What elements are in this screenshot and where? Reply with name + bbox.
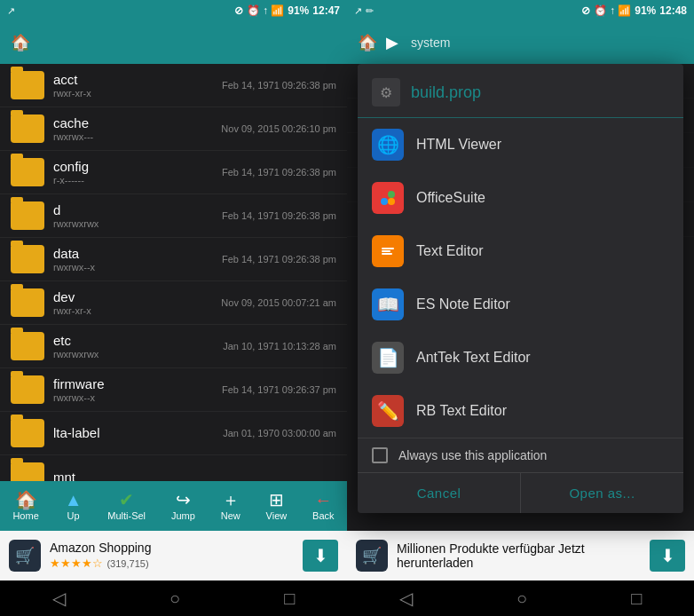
file-date-firmware: Feb 14, 1971 09:26:37 pm [222, 384, 336, 395]
left-status-right: ⊘ ⏰ ↑ 📶 91% 12:47 [234, 4, 340, 17]
nav-new[interactable]: ＋ New [216, 487, 246, 525]
folder-icon-acct [11, 71, 44, 99]
nav-up[interactable]: ▲ Up [59, 487, 88, 525]
nav-multisel[interactable]: ✔ Multi-Sel [102, 487, 151, 525]
left-ad-content: Amazon Shopping ★★★★☆ (319,715) [50, 541, 294, 571]
file-info-mnt: mnt [53, 470, 336, 482]
right-breadcrumb-separator: ▶ [386, 33, 398, 52]
file-item-data[interactable]: data rwxrwx--x Feb 14, 1971 09:26:38 pm [0, 238, 347, 281]
folder-icon-lta-label [11, 419, 44, 447]
file-item-etc[interactable]: etc rwxrwxrwx Jan 10, 1971 10:13:28 am [0, 325, 347, 368]
left-ad-banner[interactable]: 🛒 Amazon Shopping ★★★★☆ (319,715) ⬇ [0, 531, 347, 580]
always-use-row[interactable]: Always use this application [358, 438, 683, 472]
recents-button[interactable]: □ [284, 588, 295, 609]
amazon-icon: 🛒 [9, 540, 41, 572]
nav-multisel-label: Multi-Sel [107, 510, 146, 521]
dialog-buttons-row: Cancel Open as... [358, 472, 683, 513]
svg-point-3 [388, 198, 395, 205]
check-nav-icon: ✔ [119, 491, 134, 509]
svg-rect-7 [382, 253, 392, 255]
dialog-item-officesuite[interactable]: OfficeSuite [358, 171, 683, 225]
file-name-data: data [53, 246, 215, 261]
always-use-checkbox[interactable] [372, 447, 388, 463]
file-info-data: data rwxrwx--x [53, 246, 215, 272]
right-ad-text2: herunterladen [397, 556, 641, 570]
file-info-dev: dev rwxr-xr-x [53, 289, 214, 316]
dialog-file-name: build.prop [411, 83, 481, 102]
text-editor-label: Text Editor [416, 243, 484, 259]
cancel-button[interactable]: Cancel [358, 473, 520, 513]
file-date-dev: Nov 09, 2015 00:07:21 am [221, 297, 336, 308]
left-status-left: ↗ [7, 5, 15, 17]
dialog-item-html-viewer[interactable]: 🌐 HTML Viewer [358, 118, 683, 171]
view-nav-icon: ⊞ [269, 491, 284, 509]
home-button[interactable]: ○ [170, 588, 180, 609]
nav-back[interactable]: ← Back [307, 487, 339, 525]
back-nav-icon: ← [314, 491, 332, 509]
file-info-etc: etc rwxrwxrwx [53, 333, 216, 359]
file-date-data: Feb 14, 1971 09:26:38 pm [222, 254, 336, 265]
right-back-button[interactable]: ◁ [399, 588, 413, 609]
dialog-item-rb-text-editor[interactable]: ✏️ RB Text Editor [358, 384, 683, 438]
anttek-text-editor-label: AntTek Text Editor [416, 350, 531, 366]
file-date-d: Feb 14, 1971 09:26:38 pm [222, 210, 336, 221]
right-ad-text1: Millionen Produkte verfügbar Jetzt [397, 541, 641, 556]
file-item-lta-label[interactable]: lta-label Jan 01, 1970 03:00:00 am [0, 412, 347, 455]
nav-home[interactable]: 🏠 Home [7, 487, 43, 525]
file-item-cache[interactable]: cache rwxrwx--- Nov 09, 2015 00:26:10 pm [0, 107, 347, 151]
folder-icon-d [11, 201, 44, 230]
nav-back-label: Back [312, 510, 334, 521]
back-button[interactable]: ◁ [52, 588, 66, 609]
file-name-d: d [53, 202, 215, 217]
home-icon: 🏠 [11, 33, 30, 52]
file-item-mnt[interactable]: mnt [0, 455, 347, 481]
svg-point-2 [381, 198, 388, 205]
dialog-item-anttek-text-editor[interactable]: 📄 AntTek Text Editor [358, 331, 683, 384]
file-name-etc: etc [53, 333, 216, 348]
right-recents-button[interactable]: □ [631, 588, 642, 609]
es-note-editor-label: ES Note Editor [416, 296, 510, 312]
file-date-config: Feb 14, 1971 09:26:38 pm [222, 167, 336, 178]
right-home-button[interactable]: ○ [517, 588, 527, 609]
svg-rect-6 [382, 250, 390, 252]
file-item-acct[interactable]: acct rwxr-xr-x Feb 14, 1971 09:26:38 pm [0, 64, 347, 107]
file-item-d[interactable]: d rwxrwxrwx Feb 14, 1971 09:26:38 pm [0, 194, 347, 238]
open-as-button[interactable]: Open as... [520, 473, 683, 513]
right-ad-content: Millionen Produkte verfügbar Jetzt herun… [397, 541, 641, 570]
right-ad-download-button[interactable]: ⬇ [650, 540, 685, 572]
file-item-firmware[interactable]: firmware rwxrwx--x Feb 14, 1971 09:26:37… [0, 368, 347, 412]
left-battery: 91% [288, 4, 309, 17]
nav-new-label: New [221, 510, 241, 521]
file-item-config[interactable]: config r-x------ Feb 14, 1971 09:26:38 p… [0, 151, 347, 194]
right-ad-banner[interactable]: 🛒 Millionen Produkte verfügbar Jetzt her… [347, 531, 694, 580]
left-bottom-nav: 🏠 Home ▲ Up ✔ Multi-Sel ↪ Jump ＋ New ⊞ V… [0, 481, 347, 531]
file-name-lta-label: lta-label [53, 425, 216, 440]
dialog-item-es-note-editor[interactable]: 📖 ES Note Editor [358, 278, 683, 331]
nav-view[interactable]: ⊞ View [261, 487, 293, 525]
file-meta-config: r-x------ [53, 175, 215, 186]
dialog-item-text-editor[interactable]: Text Editor [358, 225, 683, 278]
file-meta-d: rwxrwxrwx [53, 218, 215, 229]
file-info-cache: cache rwxrwx--- [53, 115, 214, 142]
home-nav-icon: 🏠 [15, 491, 37, 509]
es-note-editor-icon: 📖 [372, 288, 404, 320]
share-icon: ↗ [7, 5, 15, 17]
nav-jump-label: Jump [171, 510, 195, 521]
left-status-bar: ↗ ⊘ ⏰ ↑ 📶 91% 12:47 [0, 0, 347, 21]
nav-jump[interactable]: ↪ Jump [166, 487, 201, 525]
up-nav-icon: ▲ [65, 491, 83, 509]
file-meta-acct: rwxr-xr-x [53, 88, 215, 99]
left-ad-download-button[interactable]: ⬇ [303, 540, 338, 572]
file-name-config: config [53, 159, 215, 174]
file-date-etc: Jan 10, 1971 10:13:28 am [223, 341, 336, 351]
file-meta-etc: rwxrwxrwx [53, 349, 216, 359]
anttek-text-editor-icon: 📄 [372, 342, 404, 374]
html-viewer-icon: 🌐 [372, 129, 404, 161]
left-panel: ↗ ⊘ ⏰ ↑ 📶 91% 12:47 🏠 acct rwxr-xr-x Feb… [0, 0, 347, 616]
file-info-lta-label: lta-label [53, 425, 216, 441]
folder-icon-data [11, 245, 44, 273]
right-upload-icon: ↗ [354, 5, 362, 17]
file-date-lta-label: Jan 01, 1970 03:00:00 am [223, 428, 336, 438]
folder-icon-dev [11, 288, 44, 317]
file-item-dev[interactable]: dev rwxr-xr-x Nov 09, 2015 00:07:21 am [0, 281, 347, 325]
